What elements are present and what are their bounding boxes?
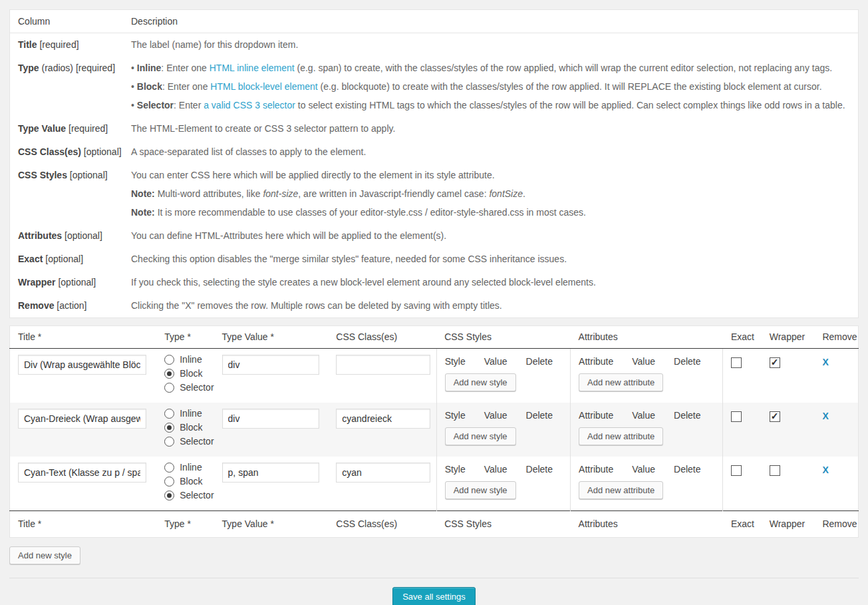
radio-label: Inline xyxy=(180,463,202,473)
type-option-selector[interactable]: Selector xyxy=(164,383,214,393)
title-input[interactable] xyxy=(18,463,146,483)
form-header-row: Title *Type *Type Value *CSS Class(es)CS… xyxy=(10,326,859,349)
doc-link[interactable]: HTML inline element xyxy=(210,63,295,73)
column-header-css-styles: CSS Styles xyxy=(436,511,570,538)
doc-text: (e.g. blockquote) to create with the cla… xyxy=(318,81,822,92)
divider xyxy=(9,578,859,578)
column-header-type-value--: Type Value * xyxy=(214,511,329,538)
css-classes-input[interactable] xyxy=(336,355,430,375)
doc-text: You can define HTML-Attributes here whic… xyxy=(131,230,446,241)
add-new-style-button[interactable]: Add new style xyxy=(445,373,516,391)
css-classes-input[interactable] xyxy=(336,409,430,429)
wrapper-cell xyxy=(762,403,815,457)
doc-bold-text: Selector xyxy=(137,100,174,110)
remove-row-link[interactable]: X xyxy=(822,411,828,421)
doc-header-row: Column Description xyxy=(10,10,858,33)
doc-bold-text: Inline xyxy=(137,63,162,73)
remove-row-link[interactable]: X xyxy=(822,357,828,367)
doc-header-column: Column xyxy=(10,16,131,27)
doc-row-label-bold: Type Value xyxy=(18,123,66,134)
save-all-settings-button[interactable]: Save all settings xyxy=(392,587,476,605)
add-new-attribute-button[interactable]: Add new attribute xyxy=(579,427,663,445)
type-option-block[interactable]: Block xyxy=(164,477,214,487)
style-row: InlineBlockSelectorStyleValueDeleteAdd n… xyxy=(10,457,859,511)
add-new-style-button[interactable]: Add new style xyxy=(445,427,516,445)
radio-selector-icon[interactable] xyxy=(164,437,174,447)
wrapper-cell xyxy=(762,457,815,511)
exact-cell xyxy=(723,403,762,457)
type-option-block[interactable]: Block xyxy=(164,423,214,433)
type-cell: InlineBlockSelector xyxy=(156,349,214,403)
subheader-value: Value xyxy=(484,356,507,367)
doc-row: CSS Class(es) [optional]A space-separate… xyxy=(10,140,858,164)
title-input[interactable] xyxy=(18,409,146,429)
add-new-attribute-button[interactable]: Add new attribute xyxy=(579,373,663,391)
remove-row-link[interactable]: X xyxy=(822,465,828,475)
doc-text: . xyxy=(523,188,525,199)
type-option-inline[interactable]: Inline xyxy=(164,355,214,365)
type-option-inline[interactable]: Inline xyxy=(164,463,214,473)
doc-text: , are written in Javascript-friendly cam… xyxy=(298,188,489,199)
exact-cell xyxy=(723,457,762,511)
radio-selector-icon[interactable] xyxy=(164,383,174,393)
column-header-type-value--: Type Value * xyxy=(214,326,329,349)
doc-text: (e.g. span) to create, with the classes/… xyxy=(295,63,833,73)
doc-row-description: Checking this option disables the "merge… xyxy=(131,253,858,266)
radio-inline-icon[interactable] xyxy=(164,409,174,419)
radio-block-icon[interactable] xyxy=(164,369,174,379)
doc-row: Type Value [required]The HTML-Element to… xyxy=(10,117,858,140)
radio-label: Inline xyxy=(180,355,202,365)
doc-text: : Enter xyxy=(174,100,204,110)
wrapper-checkbox[interactable] xyxy=(770,465,780,476)
style-row: InlineBlockSelectorStyleValueDeleteAdd n… xyxy=(10,403,859,457)
radio-inline-icon[interactable] xyxy=(164,355,174,365)
doc-row-label: Remove [action] xyxy=(10,300,131,312)
type-option-selector[interactable]: Selector xyxy=(164,491,214,501)
subheader-delete: Delete xyxy=(674,356,700,367)
radio-block-icon[interactable] xyxy=(164,423,174,433)
exact-checkbox[interactable] xyxy=(731,411,742,422)
doc-bold-text: Block xyxy=(137,81,162,92)
css-classes-input[interactable] xyxy=(336,463,430,483)
type-option-selector[interactable]: Selector xyxy=(164,437,214,447)
subheader-delete: Delete xyxy=(526,464,553,475)
column-header-exact: Exact xyxy=(723,511,762,538)
add-new-style-row-button[interactable]: Add new style xyxy=(9,546,80,564)
attributes-subheaders: AttributeValueDelete xyxy=(579,356,722,367)
doc-description-line: The label (name) for this dropdown item. xyxy=(131,39,846,51)
doc-row-label-bold: Wrapper xyxy=(18,277,56,288)
doc-row: Remove [action]Clicking the "X" removes … xyxy=(10,294,858,317)
doc-text: Checking this option disables the "merge… xyxy=(131,254,567,264)
add-new-attribute-button[interactable]: Add new attribute xyxy=(579,481,663,499)
subheader-value: Value xyxy=(632,356,655,367)
radio-inline-icon[interactable] xyxy=(164,463,174,473)
radio-label: Block xyxy=(180,369,202,379)
type-option-block[interactable]: Block xyxy=(164,369,214,379)
doc-text: Clicking the "X" removes the row. Multip… xyxy=(131,300,502,311)
subheader-delete: Delete xyxy=(674,464,700,475)
type-option-inline[interactable]: Inline xyxy=(164,409,214,419)
type-value-cell xyxy=(214,403,329,457)
type-value-input[interactable] xyxy=(222,463,319,483)
doc-description-line: • Inline: Enter one HTML inline element … xyxy=(131,62,846,75)
wrapper-checkbox[interactable] xyxy=(770,357,780,368)
doc-row-label: CSS Styles [optional] xyxy=(10,169,131,219)
doc-link[interactable]: a valid CSS 3 selector xyxy=(204,100,295,110)
title-input[interactable] xyxy=(18,355,146,375)
doc-row-label: Type Value [required] xyxy=(10,122,131,135)
doc-bold-text: Note: xyxy=(131,188,155,199)
css-styles-cell: StyleValueDeleteAdd new style xyxy=(436,457,570,511)
add-new-style-button[interactable]: Add new style xyxy=(445,481,516,499)
exact-checkbox[interactable] xyxy=(731,357,742,368)
title-cell xyxy=(10,349,157,403)
type-value-input[interactable] xyxy=(222,355,319,375)
doc-link[interactable]: HTML block-level element xyxy=(210,81,317,92)
radio-selector-icon[interactable] xyxy=(164,491,174,501)
type-value-input[interactable] xyxy=(222,409,319,429)
doc-row-label: Title [required] xyxy=(10,39,131,51)
doc-row: Wrapper [optional]If you check this, sel… xyxy=(10,271,858,294)
exact-checkbox[interactable] xyxy=(731,465,742,476)
radio-block-icon[interactable] xyxy=(164,477,174,487)
wrapper-checkbox[interactable] xyxy=(770,411,780,422)
radio-label: Inline xyxy=(180,409,202,419)
